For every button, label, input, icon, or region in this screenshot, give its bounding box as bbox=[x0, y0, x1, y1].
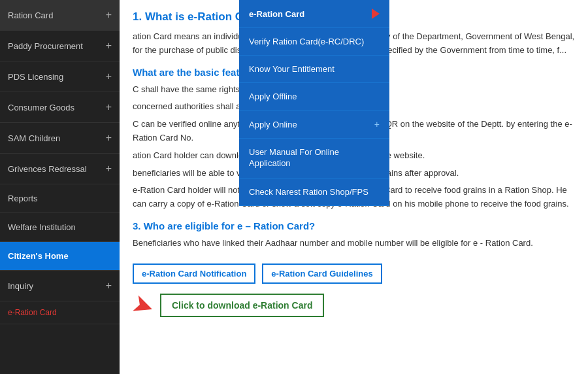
plus-icon-grivences: + bbox=[106, 163, 112, 175]
dropdown-item-apply-offline[interactable]: Apply Offline bbox=[239, 83, 389, 110]
red-arrow-icon: ➤ bbox=[128, 287, 159, 323]
sidebar-item-consumer[interactable]: Consumer Goods + bbox=[0, 92, 120, 123]
sidebar-item-paddy[interactable]: Paddy Procurement + bbox=[0, 31, 120, 61]
dropdown-item-apply-online[interactable]: Apply Online + bbox=[239, 110, 389, 139]
dropdown-item-e-ration[interactable]: e-Ration Card bbox=[239, 0, 389, 28]
btn-download[interactable]: Click to download e-Ration Card bbox=[160, 294, 324, 317]
sidebar-item-sam[interactable]: SAM Children + bbox=[0, 123, 120, 154]
heading-3: 3. Who are eligible for e – Ration Card? bbox=[133, 220, 575, 231]
sidebar-item-citizens-home[interactable]: Citizen's Home bbox=[0, 242, 120, 271]
sidebar-item-welfare[interactable]: Welfare Institution bbox=[0, 213, 120, 242]
plus-icon-ration-card: + bbox=[106, 9, 112, 21]
sidebar-item-grivences[interactable]: Grivences Redressal + bbox=[0, 154, 120, 184]
btn-notification[interactable]: e-Ration Card Notification bbox=[133, 264, 255, 284]
bottom-buttons: e-Ration Card Notification e-Ration Card… bbox=[133, 264, 575, 320]
sidebar: Ration Card + Paddy Procurement + PDS Li… bbox=[0, 0, 120, 374]
sidebar-label-consumer: Consumer Goods bbox=[8, 103, 74, 112]
dropdown-label-apply-online: Apply Online bbox=[249, 120, 297, 129]
sidebar-label-ration-card: Ration Card bbox=[8, 10, 53, 20]
sidebar-item-e-ration[interactable]: e-Ration Card bbox=[0, 301, 120, 324]
sidebar-label-grivences: Grivences Redressal bbox=[8, 164, 87, 174]
sidebar-label-reports: Reports bbox=[8, 194, 38, 203]
plus-icon-apply-online: + bbox=[374, 119, 380, 129]
para-3: Beneficiaries who have linked their Aadh… bbox=[133, 237, 575, 250]
dropdown-label-user-manual: User Manual For Online Application bbox=[249, 147, 380, 169]
plus-icon-pds: + bbox=[106, 71, 112, 82]
sidebar-item-ration-card[interactable]: Ration Card + bbox=[0, 0, 120, 31]
plus-icon-sam: + bbox=[106, 132, 112, 144]
sidebar-label-welfare: Welfare Institution bbox=[8, 222, 76, 232]
sidebar-label-inquiry: Inquiry bbox=[8, 281, 33, 291]
dropdown-item-user-manual[interactable]: User Manual For Online Application bbox=[239, 139, 389, 178]
dropdown-label-e-ration: e-Ration Card bbox=[249, 9, 304, 19]
dropdown-label-verify: Verify Ration Card(e-RC/DRC) bbox=[249, 37, 364, 46]
download-row: ➤ Click to download e-Ration Card bbox=[133, 290, 575, 320]
dropdown-item-know[interactable]: Know Your Entitlement bbox=[239, 56, 389, 83]
sidebar-label-pds: PDS Licensing bbox=[8, 72, 63, 82]
sidebar-label-sam: SAM Children bbox=[8, 133, 60, 143]
sidebar-item-reports[interactable]: Reports bbox=[0, 184, 120, 213]
plus-icon-consumer: + bbox=[106, 101, 112, 113]
dropdown-item-verify[interactable]: Verify Ration Card(e-RC/DRC) bbox=[239, 28, 389, 56]
sidebar-label-citizens-home: Citizen's Home bbox=[8, 251, 69, 261]
arrow-right-icon bbox=[372, 8, 380, 19]
dropdown-label-apply-offline: Apply Offline bbox=[249, 92, 297, 101]
dropdown-label-check-shop: Check Narest Ration Shop/FPS bbox=[249, 187, 368, 197]
dropdown-item-check-shop[interactable]: Check Narest Ration Shop/FPS bbox=[239, 178, 389, 206]
sidebar-label-e-ration: e-Ration Card bbox=[8, 308, 57, 317]
button-row-top: e-Ration Card Notification e-Ration Card… bbox=[133, 264, 575, 284]
plus-icon-paddy: + bbox=[106, 40, 112, 52]
dropdown-label-know: Know Your Entitlement bbox=[249, 64, 335, 74]
sidebar-label-paddy: Paddy Procurement bbox=[8, 41, 83, 51]
sidebar-item-inquiry[interactable]: Inquiry + bbox=[0, 271, 120, 301]
btn-guidelines[interactable]: e-Ration Card Guidelines bbox=[262, 264, 382, 284]
sidebar-item-pds[interactable]: PDS Licensing + bbox=[0, 61, 120, 92]
plus-icon-inquiry: + bbox=[106, 280, 112, 292]
